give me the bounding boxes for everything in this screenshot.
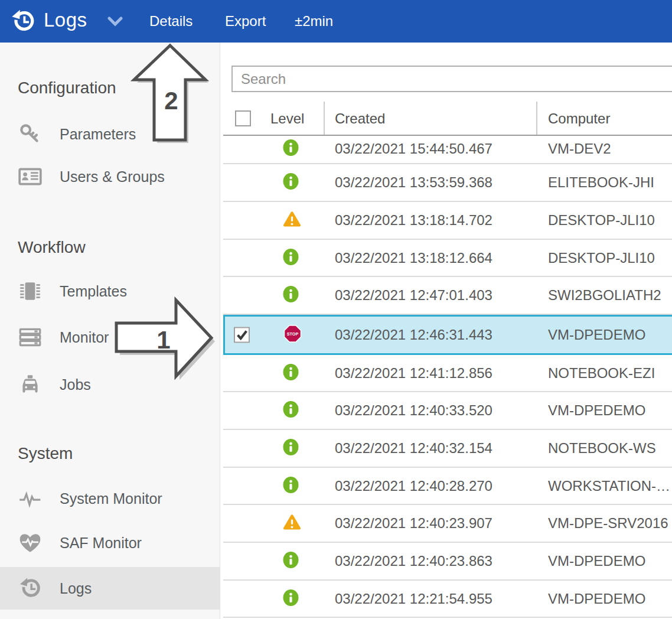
history-logo-icon xyxy=(9,8,37,35)
computer-cell: VM-DPEDEMO xyxy=(548,591,645,607)
top-bar: Logs Details Export ±2min xyxy=(0,0,672,43)
computer-cell: DESKTOP-JLI10 xyxy=(548,250,655,266)
sidebar-item-label: Monitor xyxy=(60,329,109,346)
sidebar-item-users-groups[interactable]: Users & Groups xyxy=(0,155,220,198)
info-icon xyxy=(283,286,299,303)
computer-cell: WORKSTATION-… xyxy=(548,478,670,494)
key-icon xyxy=(18,122,43,146)
id-card-icon xyxy=(18,164,43,189)
sidebar-item-system-monitor[interactable]: System Monitor xyxy=(0,477,220,520)
chip-icon xyxy=(18,279,43,304)
column-header-computer[interactable]: Computer xyxy=(548,110,610,127)
select-all-checkbox[interactable] xyxy=(235,110,251,126)
column-divider[interactable] xyxy=(324,102,325,135)
computer-cell: VM-DPEDEMO xyxy=(548,327,645,343)
created-cell: 03/22/2021 12:40:28.270 xyxy=(335,478,492,494)
checkmark-icon xyxy=(235,328,249,343)
info-icon xyxy=(283,439,299,456)
sidebar-item-templates[interactable]: Templates xyxy=(0,270,220,312)
table-row[interactable]: 03/22/2021 12:41:12.856NOTEBOOK-EZI xyxy=(223,355,672,392)
taxi-icon xyxy=(18,372,43,397)
created-cell: 03/22/2021 13:18:12.664 xyxy=(335,250,492,266)
table-row[interactable]: 03/22/2021 15:44:50.467VM-DEV2 xyxy=(223,135,672,164)
created-cell: 03/22/2021 12:46:31.443 xyxy=(335,327,492,343)
sidebar-item-jobs[interactable]: Jobs xyxy=(0,363,220,406)
sidebar-item-parameters[interactable]: Parameters xyxy=(0,113,220,155)
sidebar-item-label: Users & Groups xyxy=(60,168,165,185)
info-icon xyxy=(283,139,299,157)
created-cell: 03/22/2021 12:47:01.403 xyxy=(335,287,492,304)
computer-cell: SWI2BGOLIATH2 xyxy=(548,287,661,304)
created-cell: 03/22/2021 15:44:50.467 xyxy=(335,141,492,157)
stop-icon: STOP xyxy=(283,325,302,343)
logs-app-window: Logs Details Export ±2min ConfigurationP… xyxy=(0,0,672,619)
created-cell: 03/22/2021 12:40:23.863 xyxy=(335,553,492,569)
svg-text:STOP: STOP xyxy=(287,331,299,337)
computer-cell: VM-DPE-SRV2016 xyxy=(548,515,668,532)
log-table-panel: 03/22/2021 15:44:50.467VM-DEV203/22/2021… xyxy=(223,43,672,619)
app-title[interactable]: Logs xyxy=(44,9,87,31)
computer-cell: VM-DPEDEMO xyxy=(548,402,645,419)
sidebar-item-label: System Monitor xyxy=(60,490,162,507)
created-cell: 03/22/2021 12:40:32.154 xyxy=(335,440,492,457)
table-row[interactable]: 03/22/2021 13:18:14.702DESKTOP-JLI10 xyxy=(223,202,672,240)
column-header-level[interactable]: Level xyxy=(270,110,304,127)
table-row[interactable]: 03/22/2021 12:40:23.863VM-DPEDEMO xyxy=(223,543,672,581)
info-icon xyxy=(283,552,299,569)
menu-item-export[interactable]: Export xyxy=(225,13,266,30)
section-heading-system: System xyxy=(18,444,73,463)
sidebar: ConfigurationParametersUsers & GroupsWor… xyxy=(0,43,220,619)
computer-cell: NOTEBOOK-WS xyxy=(548,440,656,457)
server-icon xyxy=(18,325,43,350)
created-cell: 03/22/2021 12:40:23.907 xyxy=(335,515,492,532)
heartbeat-icon xyxy=(18,486,43,511)
info-icon xyxy=(283,248,299,265)
sidebar-item-monitor[interactable]: Monitor xyxy=(0,316,220,359)
table-row[interactable]: 03/22/2021 12:40:23.907VM-DPE-SRV2016 xyxy=(223,505,672,543)
table-row[interactable]: 03/22/2021 13:18:12.664DESKTOP-JLI10 xyxy=(223,240,672,277)
sidebar-item-label: Logs xyxy=(60,580,92,597)
warning-icon xyxy=(283,211,301,227)
created-cell: 03/22/2021 12:40:33.520 xyxy=(335,402,492,419)
table-row[interactable]: 03/22/2021 13:53:59.368ELITEBOOK-JHI xyxy=(223,164,672,202)
computer-cell: VM-DPEDEMO xyxy=(548,553,645,569)
created-cell: 03/22/2021 12:21:54.955 xyxy=(335,591,492,607)
sidebar-item-label: Jobs xyxy=(60,376,91,393)
computer-cell: NOTEBOOK-EZI xyxy=(548,365,655,382)
table-row[interactable]: 03/22/2021 12:40:33.520VM-DPEDEMO xyxy=(223,392,672,430)
info-icon xyxy=(283,363,299,380)
computer-cell: DESKTOP-JLI10 xyxy=(548,212,655,229)
sidebar-item-logs[interactable]: Logs xyxy=(0,567,220,610)
created-cell: 03/22/2021 13:18:14.702 xyxy=(335,212,492,229)
menu-item-time-range[interactable]: ±2min xyxy=(295,13,333,30)
row-checkbox[interactable] xyxy=(234,327,250,343)
history-icon xyxy=(18,576,43,601)
sidebar-item-label: Parameters xyxy=(60,126,136,143)
heart-pulse-icon xyxy=(18,530,43,555)
info-icon xyxy=(283,589,299,606)
info-icon xyxy=(283,476,299,493)
warning-icon xyxy=(283,514,301,530)
sidebar-item-label: SAF Monitor xyxy=(60,535,142,552)
table-row[interactable]: STOP03/22/2021 12:46:31.443VM-DPEDEMO xyxy=(223,315,672,355)
column-divider[interactable] xyxy=(536,102,537,135)
table-row[interactable]: 03/22/2021 12:40:32.154NOTEBOOK-WS xyxy=(223,430,672,468)
table-row[interactable]: 03/22/2021 12:40:28.270WORKSTATION-… xyxy=(223,468,672,505)
table-row[interactable]: 03/22/2021 12:47:01.403SWI2BGOLIATH2 xyxy=(223,277,672,315)
sidebar-item-saf-monitor[interactable]: SAF Monitor xyxy=(0,522,220,564)
table-header: Level Created Computer xyxy=(223,104,672,136)
section-heading-configuration: Configuration xyxy=(18,79,116,97)
column-header-created[interactable]: Created xyxy=(335,110,385,127)
table-row[interactable]: 03/22/2021 12:21:54.955VM-DPEDEMO xyxy=(223,581,672,618)
menu-item-details[interactable]: Details xyxy=(149,13,193,30)
sidebar-item-label: Templates xyxy=(60,283,127,300)
computer-cell: VM-DEV2 xyxy=(548,141,611,157)
computer-cell: ELITEBOOK-JHI xyxy=(548,174,654,191)
created-cell: 03/22/2021 13:53:59.368 xyxy=(335,174,492,191)
created-cell: 03/22/2021 12:41:12.856 xyxy=(335,365,492,382)
info-icon xyxy=(283,401,299,418)
section-heading-workflow: Workflow xyxy=(18,238,86,257)
info-icon xyxy=(283,173,299,190)
chevron-down-icon[interactable] xyxy=(107,17,123,27)
